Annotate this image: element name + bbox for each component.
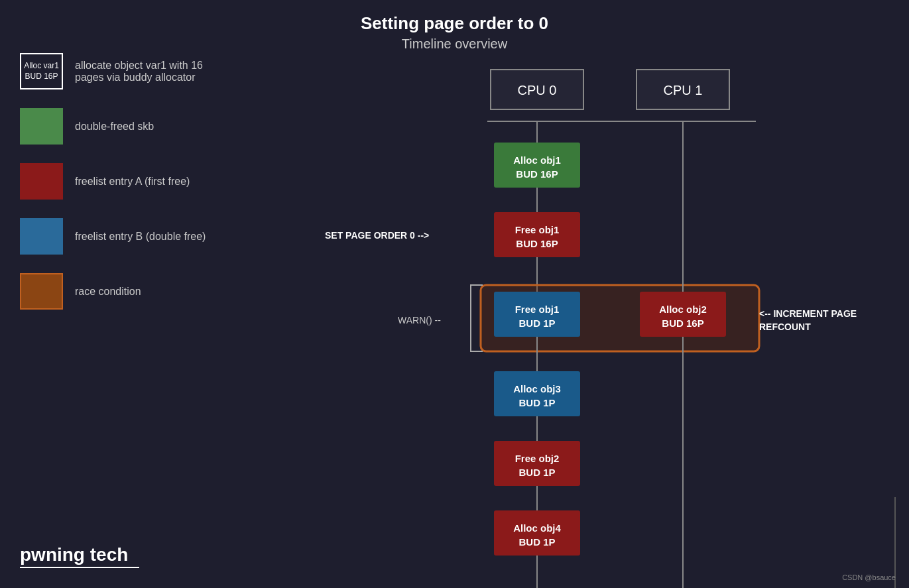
legend-box-brown xyxy=(20,273,63,310)
svg-text:BUD 16P: BUD 16P xyxy=(516,168,558,180)
svg-text:Alloc obj3: Alloc obj3 xyxy=(513,383,561,394)
footer-brand: pwning tech xyxy=(20,544,139,568)
svg-text:BUD 1P: BUD 1P xyxy=(518,467,555,478)
legend-item-brown: race condition xyxy=(20,273,206,310)
svg-rect-15 xyxy=(494,292,580,337)
cpu1-label: CPU 1 xyxy=(664,83,703,97)
legend-box-blue xyxy=(20,218,63,255)
legend-item-green: double-freed skb xyxy=(20,108,206,145)
title-area: Setting page order to 0 Timeline overvie… xyxy=(0,13,909,52)
legend-item-red: freelist entry A (first free) xyxy=(20,163,206,200)
warn-label: WARN() -- xyxy=(398,315,441,325)
svg-text:Alloc obj1: Alloc obj1 xyxy=(513,154,561,166)
svg-text:BUD 1P: BUD 1P xyxy=(518,397,555,408)
legend-box-alloc: Alloc var1BUD 16P xyxy=(20,53,63,89)
svg-rect-27 xyxy=(494,441,580,486)
svg-rect-31 xyxy=(494,510,580,556)
increment-label: <-- INCREMENT PAGE xyxy=(759,308,857,319)
svg-text:REFCOUNT: REFCOUNT xyxy=(759,322,811,332)
legend-box-red xyxy=(20,163,63,200)
page-container: Setting page order to 0 Timeline overvie… xyxy=(0,0,909,588)
svg-text:Free obj1: Free obj1 xyxy=(515,224,560,235)
svg-rect-14 xyxy=(481,285,759,351)
svg-rect-5 xyxy=(494,143,580,188)
legend-box-green xyxy=(20,108,63,145)
svg-text:BUD 1P: BUD 1P xyxy=(518,318,555,329)
svg-rect-0 xyxy=(491,70,583,109)
svg-text:Free obj2: Free obj2 xyxy=(515,453,560,464)
legend-label-brown: race condition xyxy=(75,286,141,298)
legend-alloc-text: Alloc var1BUD 16P xyxy=(24,61,59,82)
svg-text:BUD 16P: BUD 16P xyxy=(516,238,558,249)
legend-label-red: freelist entry A (first free) xyxy=(75,176,190,188)
svg-text:Free obj1: Free obj1 xyxy=(515,304,560,315)
svg-text:Alloc obj2: Alloc obj2 xyxy=(659,304,707,315)
footer-csdn: CSDN @bsauce xyxy=(842,573,896,581)
legend-label-alloc: allocate object var1 with 16pages via bu… xyxy=(75,60,203,84)
svg-rect-18 xyxy=(640,292,726,337)
svg-text:BUD 1P: BUD 1P xyxy=(518,536,555,548)
svg-rect-1 xyxy=(636,70,729,109)
legend-label-blue: freelist entry B (double free) xyxy=(75,231,206,243)
brand-text: pwning tech xyxy=(20,544,139,565)
main-title: Setting page order to 0 xyxy=(0,13,909,34)
legend-item-blue: freelist entry B (double free) xyxy=(20,218,206,255)
svg-text:BUD 16P: BUD 16P xyxy=(662,318,703,329)
cpu0-label: CPU 0 xyxy=(518,83,557,97)
brand-underline xyxy=(20,567,139,568)
legend-item-alloc: Alloc var1BUD 16P allocate object var1 w… xyxy=(20,53,206,89)
legend: Alloc var1BUD 16P allocate object var1 w… xyxy=(20,53,206,328)
svg-rect-10 xyxy=(494,212,580,257)
sub-title: Timeline overview xyxy=(0,36,909,52)
legend-label-green: double-freed skb xyxy=(75,121,154,133)
svg-text:Alloc obj4: Alloc obj4 xyxy=(513,522,561,534)
svg-rect-23 xyxy=(494,371,580,416)
set-page-order-label: SET PAGE ORDER 0 --> xyxy=(325,230,429,241)
